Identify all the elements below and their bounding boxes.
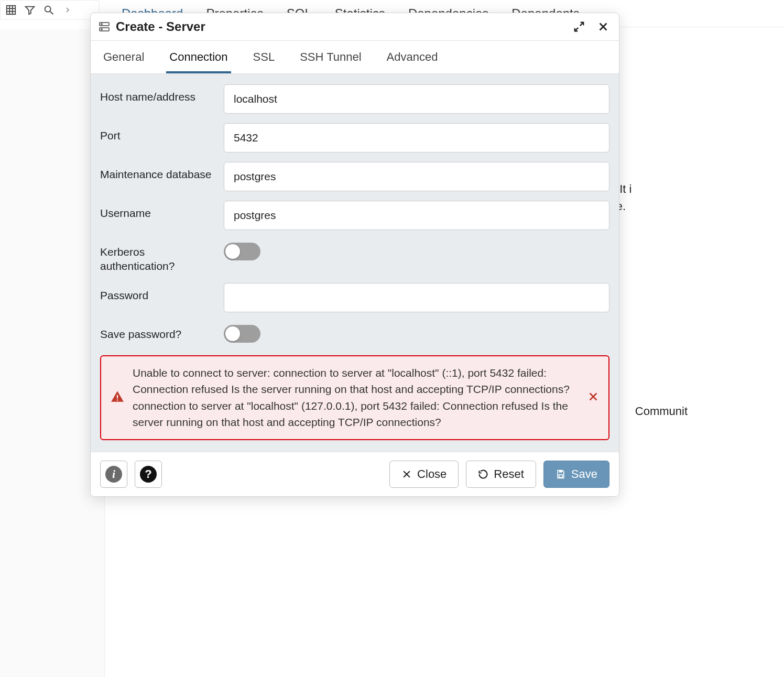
bg-card-fragment: Communit	[635, 402, 688, 420]
reset-button[interactable]: Reset	[466, 461, 536, 488]
search-icon[interactable]	[41, 3, 56, 17]
svg-rect-15	[117, 395, 118, 398]
filter-icon[interactable]	[23, 3, 37, 17]
server-icon	[98, 20, 111, 33]
close-icon[interactable]	[597, 20, 609, 33]
modal-footer: i ? Close Reset Save	[91, 452, 619, 496]
password-label: Password	[100, 283, 215, 302]
chevron-right-icon[interactable]	[60, 3, 75, 17]
modal-title-text: Create - Server	[116, 19, 205, 34]
port-label: Port	[100, 123, 215, 143]
svg-point-9	[101, 24, 102, 25]
kerberos-label: Kerberos authentication?	[100, 239, 215, 274]
modal-title: Create - Server	[98, 19, 205, 34]
modal-header: Create - Server	[91, 13, 619, 41]
grid-icon[interactable]	[4, 3, 18, 17]
tab-general[interactable]: General	[100, 50, 147, 73]
svg-rect-16	[117, 399, 118, 400]
svg-line-6	[50, 12, 53, 15]
username-input[interactable]	[224, 201, 609, 230]
host-label: Host name/address	[100, 84, 215, 104]
background-toolbar	[0, 0, 100, 20]
tab-ssh-tunnel[interactable]: SSH Tunnel	[297, 50, 364, 73]
save-icon	[556, 469, 566, 479]
save-password-label: Save password?	[100, 322, 215, 341]
save-button[interactable]: Save	[543, 461, 609, 488]
save-password-toggle[interactable]	[224, 325, 260, 343]
maintenance-db-input[interactable]	[224, 162, 609, 191]
warning-icon	[111, 390, 124, 406]
svg-rect-22	[559, 474, 563, 477]
error-close-icon[interactable]	[587, 391, 599, 405]
svg-point-10	[101, 29, 102, 30]
kerberos-toggle[interactable]	[224, 243, 260, 260]
password-input[interactable]	[224, 283, 609, 312]
create-server-dialog: Create - Server General Connection SSL S…	[90, 13, 619, 497]
port-input[interactable]	[224, 123, 609, 152]
host-input[interactable]	[224, 84, 609, 114]
maintenance-db-label: Maintenance database	[100, 162, 215, 181]
tab-ssl[interactable]: SSL	[250, 50, 278, 73]
close-button[interactable]: Close	[389, 461, 459, 488]
error-message: Unable to connect to server: connection …	[133, 365, 579, 431]
expand-icon[interactable]	[573, 20, 585, 33]
info-button[interactable]: i	[100, 461, 127, 488]
x-icon	[401, 469, 412, 479]
background-left-panel	[0, 29, 105, 677]
reset-icon	[478, 469, 488, 479]
help-button[interactable]: ?	[135, 461, 162, 488]
svg-point-5	[45, 6, 51, 12]
svg-rect-21	[559, 470, 563, 472]
tab-advanced[interactable]: Advanced	[384, 50, 441, 73]
modal-tab-bar: General Connection SSL SSH Tunnel Advanc…	[91, 41, 619, 74]
svg-rect-0	[7, 6, 16, 15]
modal-body: Host name/address Port Maintenance datab…	[91, 74, 619, 452]
username-label: Username	[100, 201, 215, 220]
tab-connection[interactable]: Connection	[166, 50, 231, 73]
save-button-label: Save	[571, 467, 597, 481]
error-banner: Unable to connect to server: connection …	[100, 355, 609, 440]
reset-button-label: Reset	[494, 467, 524, 481]
close-button-label: Close	[417, 467, 447, 481]
